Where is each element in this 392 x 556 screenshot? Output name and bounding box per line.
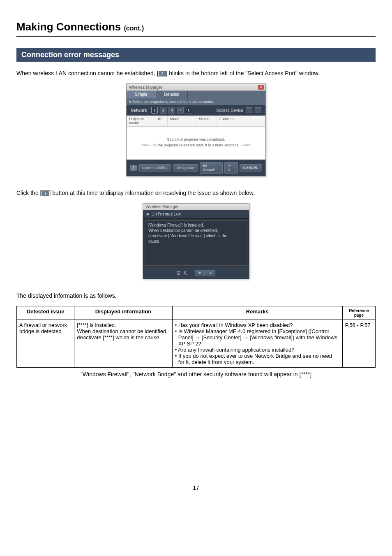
access-device-text: Access Device <box>216 108 243 113</box>
information-dialog: Wireless Manager Information [Windows Fi… <box>143 203 249 279</box>
tab-row: Simple Detailed <box>127 91 265 98</box>
remarks-list: • Has your firewall in Windows XP been d… <box>175 322 340 365</box>
info-body-text: [Windows Firewall] is installed. When de… <box>145 220 247 266</box>
th-displayed-info: Displayed information <box>74 306 172 320</box>
network-label: Network <box>131 108 147 113</box>
p1a: When wireless LAN connection cannot be e… <box>16 70 159 76</box>
network-u-button[interactable]: U <box>186 107 192 114</box>
p2a: Click the [ <box>16 190 42 196</box>
col-mode: Mode <box>168 116 196 126</box>
search-complete-text: Search of projector was completed. <box>127 137 265 142</box>
intro-paragraph-1: When wireless LAN connection cannot be e… <box>16 69 376 78</box>
down-arrow-button[interactable]: ▼ <box>195 270 205 276</box>
info-heading: Information <box>143 210 249 219</box>
title-main: Making Connections <box>16 21 121 33</box>
intro-paragraph-3: The displayed information is as follows. <box>16 292 376 300</box>
ok-button[interactable]: O K <box>224 162 238 174</box>
info-icon-inline: i <box>159 71 166 76</box>
up-arrow-button[interactable]: ▲ <box>205 270 215 276</box>
list-item: • Is Wireless Manager ME 4.0 registered … <box>175 328 340 347</box>
access-device-icon-1[interactable] <box>246 107 252 113</box>
research-countdown-text: <<<← To the projector re-search start. I… <box>127 142 265 148</box>
access-device-icon-2[interactable] <box>255 107 261 113</box>
table-row: A firewall or network bridge is detected… <box>17 320 376 368</box>
p2b: ] button at this time to display informa… <box>49 190 254 196</box>
list-body: Search of projector was completed. <<<← … <box>127 127 265 160</box>
intro-paragraph-2: Click the [i] button at this time to dis… <box>16 189 376 197</box>
list-item: • If you do not expect ever to use Netwo… <box>175 353 340 365</box>
designate-button[interactable]: Designate <box>173 164 198 171</box>
list-item: • Has your firewall in Windows XP been d… <box>175 322 340 328</box>
access-device-label: Access Device <box>216 107 261 113</box>
title-cont: (cont.) <box>124 25 144 32</box>
dialog-titlebar: Wireless Manager × <box>127 84 265 91</box>
info-icon: i <box>159 71 166 76</box>
dialog-instruction: Select the projector to connect from the… <box>127 98 265 105</box>
issue-table: Detected issue Displayed information Rem… <box>16 306 376 368</box>
network-2-button[interactable]: 2 <box>160 107 166 114</box>
network-1-button[interactable]: 1 <box>151 107 158 114</box>
tab-simple[interactable]: Simple <box>127 91 156 98</box>
info-icon-inline-2: i <box>42 190 49 196</box>
info-bottom-bar: O K ▼ ▲ <box>143 267 249 279</box>
section-header: Connection error messages <box>16 48 376 62</box>
th-detected-issue: Detected issue <box>17 306 74 320</box>
close-icon[interactable]: × <box>258 85 264 90</box>
info-dialog-titlebar: Wireless Manager <box>143 204 249 210</box>
th-reference-page: Reference page <box>342 306 375 320</box>
network-bar: Network 1 2 3 4 U Access Device <box>127 105 265 116</box>
network-3-button[interactable]: 3 <box>168 107 175 114</box>
info-ok-button[interactable]: O K <box>177 270 188 276</box>
network-4-button[interactable]: 4 <box>177 107 184 114</box>
connectability-button[interactable]: Connectability <box>138 164 171 171</box>
col-status: Status <box>196 116 217 126</box>
info-icon-button[interactable]: i <box>130 165 137 171</box>
cell-reference-page: P.56 - P.57 <box>342 320 375 368</box>
col-projector-name: Projector Name <box>127 116 155 126</box>
cell-remarks: • Has your firewall in Windows XP been d… <box>172 320 342 368</box>
info-icon: i <box>42 190 49 196</box>
nav-arrows: ▼ ▲ <box>195 270 215 276</box>
cancel-button[interactable]: CANCEL <box>240 164 263 171</box>
page-number: 17 <box>16 484 376 491</box>
col-function: Function <box>217 116 265 126</box>
select-access-port-dialog: Wireless Manager × Simple Detailed Selec… <box>126 83 266 176</box>
list-header: Projector Name ID Mode Status Function <box>127 116 265 127</box>
dialog-title: Wireless Manager <box>129 85 162 90</box>
cell-displayed-info: [****] is installed. When destination ca… <box>74 320 172 368</box>
th-remarks: Remarks <box>172 306 342 320</box>
table-footnote: "Windows Firewall", "Network Bridge" and… <box>16 371 376 378</box>
dialog-bottom-bar: i Connectability Designate ID Search O K… <box>127 160 265 176</box>
info-dialog-title: Wireless Manager <box>145 204 179 209</box>
list-item: • Are any firewall-containing applicatio… <box>175 347 340 353</box>
id-search-button[interactable]: ID Search <box>200 162 223 174</box>
cell-issue: A firewall or network bridge is detected <box>17 320 74 368</box>
col-id: ID <box>155 116 168 126</box>
tab-detailed[interactable]: Detailed <box>156 91 188 98</box>
page-title: Making Connections (cont.) <box>16 21 376 37</box>
p1b: ] blinks in the bottom left of the "Sele… <box>166 70 320 76</box>
